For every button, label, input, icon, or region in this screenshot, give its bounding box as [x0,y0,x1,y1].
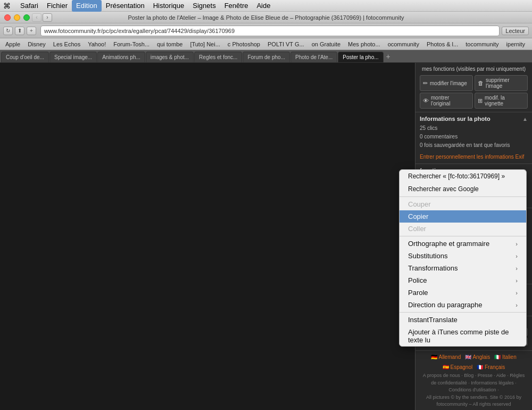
ctx-police-arrow: › [516,277,518,284]
menu-bar: ⌘ Safari Fichier Edition Présentation Hi… [0,0,532,12]
title-bar: ‹ › Poster la photo de l'Atelier – Image… [0,12,532,23]
ctx-instanttranslate[interactable]: InstantTranslate [400,314,526,326]
apple-menu[interactable]: ⌘ [3,2,11,10]
ctx-coller: Coller [400,223,526,235]
tab-5[interactable]: Forum de pho... [243,52,290,62]
bookmark-prefer[interactable]: Je préfère m... [529,39,532,49]
menu-presentation[interactable]: Présentation [102,0,149,12]
tab-2[interactable]: Animations ph... [97,52,145,62]
bookmark-tombe[interactable]: qui tombe [154,39,186,49]
menu-edition[interactable]: Edition [72,0,102,12]
ctx-orthographe[interactable]: Orthographe et grammaire › [400,237,526,250]
bookmark-polti[interactable]: POLTI VT G... [264,39,307,49]
ctx-direction-label: Direction du paragraphe [408,301,482,309]
add-bookmark-button[interactable]: + [27,27,36,35]
bookmark-photoshop[interactable]: c Photoshop [225,39,263,49]
maximize-button[interactable] [23,14,30,21]
tab-6[interactable]: Photo de l'Ate... [290,52,337,62]
footer-languages: 🇩🇪 Allemand 🇬🇧 Anglais 🇮🇹 Italien 🇪🇸 Esp… [420,354,528,370]
ctx-separator-2 [400,236,526,236]
ctx-parole-arrow: › [516,290,518,296]
tab-1[interactable]: Special image... [49,52,97,62]
bookmark-ipernity[interactable]: ipernity [503,39,528,49]
footer-area: 🇩🇪 Allemand 🇬🇧 Anglais 🇮🇹 Italien 🇪🇸 Esp… [415,351,532,410]
menu-aide[interactable]: Aide [252,0,275,12]
nav-buttons: ‹ › [32,13,52,22]
lang-allemand[interactable]: 🇩🇪 Allemand [431,354,461,360]
tab-7[interactable]: Poster la pho... [338,52,383,62]
bookmark-mes-photos[interactable]: Mes photo... [345,39,384,49]
commentaires-text: 0 commentaires [420,133,528,141]
favoris-text: 0 fois sauvegardée en tant que favoris [420,141,528,150]
montrer-original-button[interactable]: 👁 montrer l'original [420,93,473,109]
lang-italien[interactable]: 🇮🇹 Italien [494,354,516,360]
bookmark-tocommunity[interactable]: tocommunity [462,39,502,49]
address-bar: ↻ ⬆ + www.fotocommunity.fr/pc/pc/extra/e… [0,23,532,38]
tabs-bar: Coup d'oeil de... Special image... Anima… [0,50,532,63]
forward-button[interactable]: › [43,13,52,22]
ctx-rechercher-fc[interactable]: Rechercher « [fc-foto:36170969] » [400,170,526,183]
footer-text-2: All pictures © by the senders. Site © 20… [420,394,528,408]
modifier-image-label: modifier l'image [430,80,467,86]
ctx-separator-1 [400,196,526,197]
menu-safari[interactable]: Safari [16,0,43,12]
menu-fenetre[interactable]: Fenêtre [220,0,253,12]
lang-espagnol[interactable]: 🇪🇸 Espagnol [443,364,472,370]
share-button[interactable]: ⬆ [15,27,24,35]
tab-0[interactable]: Coup d'oeil de... [1,52,49,62]
reload-button[interactable]: ↻ [3,27,13,35]
ctx-parole-label: Parole [408,289,428,297]
reader-button[interactable]: Lecteur [502,27,529,35]
bookmark-echos[interactable]: Les Echos [50,39,84,49]
ctx-itunes[interactable]: Ajouter à iTunes comme piste de texte lu [400,326,526,346]
ctx-orthographe-label: Orthographe et grammaire [408,240,489,248]
ctx-police[interactable]: Police › [400,274,526,286]
modifier-image-button[interactable]: ✏ modifier l'image [420,75,473,91]
exif-link[interactable]: Entrer personnellement les informations … [420,154,524,160]
fonctions-grid: ✏ modifier l'image 🗑 supprimer l'image 👁… [420,75,528,109]
bookmark-photos-l[interactable]: Photos & l... [423,39,461,49]
back-button[interactable]: ‹ [32,13,41,22]
url-field[interactable]: www.fotocommunity.fr/pc/pc/extra/egaller… [40,26,500,36]
informations-section: Informations sur la photo ▲ 25 clics 0 c… [415,112,532,164]
bookmark-ocommunity[interactable]: ocommunity [385,39,422,49]
main-content: mes fonctions (visibles par moi uniqueme… [0,63,532,410]
bookmark-apple[interactable]: Apple [2,39,23,49]
bookmark-forum[interactable]: Forum-Tosh... [110,39,153,49]
menu-historique[interactable]: Historique [149,0,189,12]
tab-4[interactable]: Regles et fonc... [194,52,242,62]
lang-francais[interactable]: 🇫🇷 Français [477,364,505,370]
bookmark-tuto[interactable]: [Tuto] Nei... [187,39,223,49]
informations-arrow[interactable]: ▲ [522,116,528,122]
ctx-substitutions[interactable]: Substitutions › [400,250,526,262]
ctx-copier[interactable]: Copier [400,210,526,223]
bookmark-disney[interactable]: Disney [24,39,49,49]
ctx-direction[interactable]: Direction du paragraphe › [400,299,526,311]
ctx-rechercher-google[interactable]: Rechercher avec Google [400,183,526,195]
ctx-couper: Couper [400,198,526,210]
new-tab-button[interactable]: + [384,52,393,61]
ctx-transformations-label: Transformations [408,264,458,272]
traffic-lights [4,14,30,21]
lang-anglais[interactable]: 🇬🇧 Anglais [465,354,490,360]
menu-signets[interactable]: Signets [188,0,220,12]
close-button[interactable] [4,14,11,21]
bookmark-gratuite[interactable]: on Gratuite [309,39,344,49]
ctx-substitutions-arrow: › [516,253,518,259]
frame-icon: ⊞ [478,97,483,104]
mes-fonctions-title: mes fonctions (visibles par moi uniqueme… [420,66,528,72]
ctx-police-label: Police [408,276,427,284]
minimize-button[interactable] [14,14,20,21]
menu-fichier[interactable]: Fichier [43,0,72,12]
supprimer-image-button[interactable]: 🗑 supprimer l'image [475,75,528,91]
ctx-parole[interactable]: Parole › [400,286,526,299]
photo-area [0,63,415,410]
trash-icon: 🗑 [478,80,484,86]
ctx-transformations[interactable]: Transformations › [400,262,526,274]
bookmark-yahoo[interactable]: Yahoo! [85,39,109,49]
ctx-transformations-arrow: › [516,265,518,272]
ctx-substitutions-label: Substitutions [408,252,447,260]
modif-vignette-button[interactable]: ⊞ modif. la vignette [475,93,528,109]
ctx-direction-arrow: › [516,302,518,308]
tab-3[interactable]: images & phot... [146,52,194,62]
